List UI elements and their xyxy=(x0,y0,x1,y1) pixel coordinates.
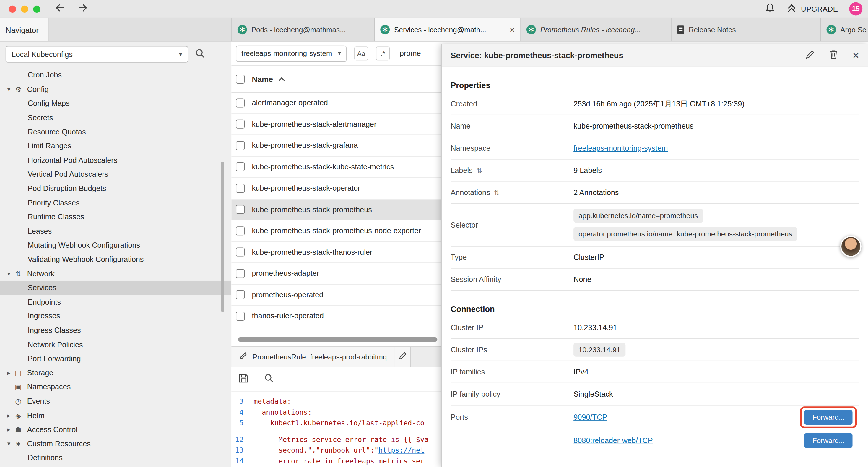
chevron-icon[interactable] xyxy=(4,440,13,447)
row-checkbox[interactable] xyxy=(236,205,245,214)
row-checkbox[interactable] xyxy=(236,162,245,171)
port-link[interactable]: 9090/TCP xyxy=(574,413,607,421)
row-checkbox[interactable] xyxy=(236,120,245,128)
forward-button[interactable]: Forward... xyxy=(804,410,852,425)
dock-tab-partial[interactable] xyxy=(395,347,410,367)
notification-count-badge[interactable]: 15 xyxy=(849,2,862,16)
connection-rows: Cluster IP 10.233.14.91 xyxy=(451,317,859,452)
document-tab[interactable]: Prometheus Rules - icecheng... xyxy=(521,18,672,41)
port-link[interactable]: 8080:reloader-web/TCP xyxy=(574,436,653,444)
tree-item[interactable]: Network xyxy=(0,267,231,281)
tree-item[interactable]: Priority Classes xyxy=(0,196,231,210)
tree-item[interactable]: Helm xyxy=(0,408,231,422)
row-checkbox[interactable] xyxy=(236,290,245,299)
delete-trash-icon[interactable] xyxy=(829,49,838,61)
tree-item[interactable]: Resource Quotas xyxy=(0,125,231,139)
resource-tree: Cron Jobs Config Config Maps xyxy=(0,68,231,465)
forward-button[interactable]: Forward... xyxy=(804,433,852,448)
tree-item[interactable]: Access Control xyxy=(0,422,231,437)
detail-row: Cluster IPs 10.233.14.91 xyxy=(451,339,859,361)
forward-arrow-icon[interactable] xyxy=(77,3,88,14)
tree-item[interactable]: Horizontal Pod Autoscalers xyxy=(0,153,231,167)
detail-value: None xyxy=(574,275,591,284)
row-checkbox[interactable] xyxy=(236,184,245,193)
row-checkbox[interactable] xyxy=(236,226,245,235)
sort-toggle-icon[interactable]: ⇅ xyxy=(476,167,482,174)
tree-item[interactable]: Pod Disruption Budgets xyxy=(0,181,231,196)
tree-item[interactable]: Network Policies xyxy=(0,338,231,352)
chevron-icon[interactable] xyxy=(4,369,13,376)
chevron-icon[interactable] xyxy=(4,270,13,277)
titlebar: UPGRADE 15 xyxy=(0,0,868,18)
tree-item[interactable]: Endpoints xyxy=(0,295,231,309)
regex-button[interactable]: .* xyxy=(376,47,390,60)
tree-item[interactable]: Ingress Classes xyxy=(0,323,231,338)
select-all-checkbox[interactable] xyxy=(236,75,245,83)
document-tab[interactable]: Services - icecheng@math... × xyxy=(375,18,521,41)
tree-item[interactable]: Config xyxy=(0,82,231,96)
row-checkbox[interactable] xyxy=(236,312,245,320)
shield-icon xyxy=(13,425,23,434)
detail-value: kube-prometheus-stack-prometheus xyxy=(574,122,693,130)
sidebar-scrollbar[interactable] xyxy=(221,162,224,312)
row-checkbox[interactable] xyxy=(236,248,245,257)
sort-ascending-icon[interactable] xyxy=(279,77,285,83)
tree-item[interactable]: Ingresses xyxy=(0,309,231,323)
namespace-link[interactable]: freeleaps-monitoring-system xyxy=(574,144,668,152)
tree-item[interactable]: Runtime Classes xyxy=(0,210,231,224)
line-number: 4 xyxy=(231,407,253,418)
tree-item[interactable]: Port Forwarding xyxy=(0,352,231,366)
document-tab[interactable]: Argo Se xyxy=(821,18,868,41)
kubeconfig-selector[interactable]: Local Kubeconfigs xyxy=(6,46,188,63)
row-checkbox[interactable] xyxy=(236,98,245,107)
user-avatar[interactable] xyxy=(840,236,861,257)
sidebar-search-icon[interactable] xyxy=(195,48,206,61)
dock-tab-prometheusrule[interactable]: PrometheusRule: freeleaps-prod-rabbitmq xyxy=(231,347,395,367)
namespace-filter-select[interactable]: freeleaps-monitoring-system xyxy=(236,45,346,62)
tree-item[interactable]: Vertical Pod Autoscalers xyxy=(0,167,231,181)
maximize-window-button[interactable] xyxy=(33,5,40,12)
upgrade-button[interactable]: UPGRADE xyxy=(786,3,838,14)
name-column-header[interactable]: Name xyxy=(252,75,273,83)
tree-item[interactable]: Storage xyxy=(0,366,231,380)
namespaces-icon xyxy=(13,383,23,391)
row-checkbox[interactable] xyxy=(236,269,245,278)
tree-item[interactable]: Cron Jobs xyxy=(0,68,231,82)
tree-item[interactable]: Limit Ranges xyxy=(0,139,231,153)
chevron-icon[interactable] xyxy=(4,412,13,419)
tree-item[interactable]: Leases xyxy=(0,224,231,238)
back-arrow-icon[interactable] xyxy=(55,3,66,14)
match-case-button[interactable]: Aa xyxy=(354,47,368,60)
tree-item[interactable]: Services xyxy=(0,281,231,295)
chevron-icon[interactable] xyxy=(4,86,13,93)
chevron-icon[interactable] xyxy=(4,426,13,433)
tree-item[interactable]: Custom Resources xyxy=(0,437,231,451)
search-input[interactable]: prome xyxy=(400,49,421,58)
scrollbar-thumb[interactable] xyxy=(238,337,438,342)
storage-icon xyxy=(13,369,23,377)
tab-close-icon[interactable]: × xyxy=(509,25,515,34)
document-tab[interactable]: Release Notes xyxy=(672,18,821,41)
notification-bell-icon[interactable] xyxy=(765,2,775,15)
edit-pencil-icon[interactable] xyxy=(806,50,815,61)
detail-label: Selector xyxy=(451,221,478,229)
tree-item[interactable]: Namespaces xyxy=(0,380,231,394)
tree-item[interactable]: Validating Webhook Configurations xyxy=(0,253,231,267)
editor-search-icon[interactable] xyxy=(264,373,274,385)
minimize-window-button[interactable] xyxy=(21,5,28,12)
save-icon[interactable] xyxy=(239,373,249,385)
detail-value: 10.233.14.91 xyxy=(574,323,617,332)
tree-item[interactable]: Config Maps xyxy=(0,96,231,111)
detail-value: 2 Annotations xyxy=(574,188,619,197)
tree-item[interactable]: Mutating Webhook Configurations xyxy=(0,238,231,253)
detail-value: 253d 16h 6m ago (2025年1月13日 GMT+8 1:25:3… xyxy=(574,99,745,108)
sort-toggle-icon[interactable]: ⇅ xyxy=(494,188,500,196)
detail-row: Cluster IP 10.233.14.91 xyxy=(451,317,859,339)
tree-item[interactable]: Events xyxy=(0,394,231,408)
row-checkbox[interactable] xyxy=(236,141,245,150)
close-icon[interactable]: × xyxy=(852,50,859,61)
close-window-button[interactable] xyxy=(9,5,16,12)
tree-item[interactable]: Definitions xyxy=(0,451,231,465)
tree-item[interactable]: Secrets xyxy=(0,111,231,125)
document-tab[interactable]: Pods - icecheng@mathmas... xyxy=(232,18,375,41)
